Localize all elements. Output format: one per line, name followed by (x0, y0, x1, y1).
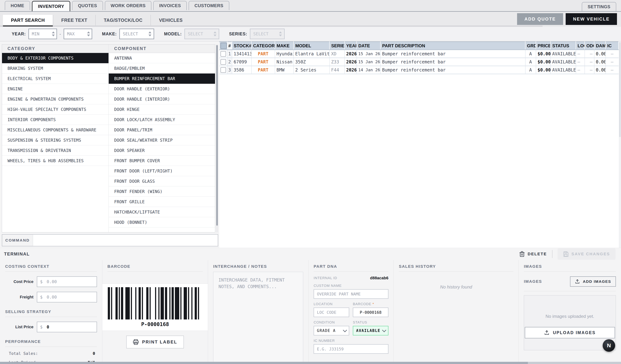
barcode-panel: BARCODE P-0000168 PRINT LABEL (102, 260, 208, 362)
search-tab[interactable]: TAG/STOCK/LOC (95, 15, 151, 25)
component-item[interactable]: DOOR LOCK/LATCH ASSEMBLY (109, 115, 215, 125)
images-inner-label: IMAGES (524, 279, 542, 284)
costing-context-panel: COSTING CONTEXT Cost Price $ Freight $ S… (0, 260, 102, 362)
images-dropzone[interactable]: No images uploaded yet. UPLOAD IMAGES (524, 295, 616, 350)
category-item[interactable]: INTERIOR COMPONENTS (2, 115, 108, 125)
col-year[interactable]: YEAR (345, 42, 357, 50)
component-item[interactable]: BUMPER REINFORCEMENT BAR (109, 73, 215, 84)
category-item[interactable]: TRANSMISSION & DRIVETRAIN (2, 145, 108, 156)
print-label-button[interactable]: PRINT LABEL (126, 336, 184, 348)
ic-number-input[interactable] (314, 344, 388, 354)
col-ic[interactable]: IC (606, 42, 619, 50)
category-item[interactable]: MISCELLANEOUS COMPONENTS & HARDWARE (2, 125, 108, 135)
condition-label: CONDITION (314, 320, 335, 324)
component-item[interactable]: FRONT DOOR GLASS (109, 176, 215, 186)
col-date[interactable]: DATE (357, 42, 380, 50)
component-item[interactable]: DOOR HANDLE (INTERIOR) (109, 94, 215, 104)
category-item[interactable]: ENGINE & POWERTRAIN COMPONENTS (2, 94, 108, 104)
component-item[interactable]: DOOR HINGE (109, 104, 215, 115)
component-item[interactable]: DOOR HANDLE (EXTERIOR) (109, 84, 215, 94)
chevron-down-icon (343, 328, 347, 332)
list-price-input[interactable] (37, 322, 97, 332)
col-status[interactable]: STATUS (551, 42, 576, 50)
main-tab[interactable]: INVOICES (153, 1, 187, 10)
row-checkbox[interactable] (221, 67, 226, 73)
component-item[interactable]: DOOR PANEL/TRIM (109, 125, 215, 135)
delete-button[interactable]: DELETE (519, 251, 547, 257)
condition-select[interactable]: GRADE A (314, 326, 349, 335)
category-item[interactable]: BODY & EXTERIOR COMPONENTS (2, 53, 108, 63)
divider (552, 250, 552, 258)
col-odo[interactable]: ODO (585, 42, 594, 50)
add-images-button[interactable]: ADD IMAGES (570, 277, 616, 287)
freight-input[interactable] (37, 292, 97, 302)
col-grd[interactable]: GRD (525, 42, 536, 50)
category-item[interactable]: SUSPENSION & STEERING SYSTEMS (2, 135, 108, 145)
component-item[interactable]: ANTENNA (109, 53, 215, 63)
col-series[interactable]: SERIES (329, 42, 345, 50)
component-item[interactable]: BADGE/EMBLEM (109, 63, 215, 73)
component-item[interactable]: FRONT DOOR (LEFT/RIGHT) (109, 166, 215, 176)
component-item[interactable]: DOOR SPEAKER (109, 145, 215, 156)
col-model[interactable]: MODEL (294, 42, 329, 50)
main-tab[interactable]: HOME (5, 1, 30, 10)
stepper-icon[interactable] (52, 32, 55, 36)
category-item[interactable]: ENGINE (2, 84, 108, 94)
search-tab[interactable]: PART SEARCH (3, 15, 53, 25)
status-select[interactable]: AVAILABLE (353, 326, 388, 335)
select-all-checkbox[interactable] (221, 43, 227, 49)
component-item[interactable]: FRONT FENDER (WING) (109, 186, 215, 197)
command-input[interactable] (33, 235, 218, 246)
main-tab[interactable]: WORK ORDERS (105, 1, 152, 10)
interchange-notes-input[interactable] (213, 272, 303, 363)
add-quote-button[interactable]: ADD QUOTE (517, 13, 563, 25)
left-panel-scrollbar[interactable] (216, 44, 218, 232)
col-stock[interactable]: STOCK# (232, 42, 251, 50)
cost-price-label: Cost Price (5, 279, 34, 284)
search-tab[interactable]: VEHICLES (151, 15, 191, 25)
subnav-underline (0, 25, 543, 27)
barcode-image (108, 287, 202, 319)
row-checkbox[interactable] (221, 59, 226, 65)
main-tab[interactable]: CUSTOMERS (189, 1, 229, 10)
make-select[interactable]: SELECT (119, 29, 154, 39)
select-all-header[interactable] (220, 42, 227, 50)
col-make[interactable]: MAKE (275, 42, 294, 50)
location-input[interactable] (314, 308, 349, 317)
new-vehicle-button[interactable]: NEW VEHICLE (566, 13, 617, 25)
custom-name-input[interactable] (314, 289, 388, 299)
table-row[interactable]: 2 67099 PART Nissan 350Z Z33 2026 15 Jan… (220, 58, 619, 66)
col-description[interactable]: PART DESCRIPTION (380, 42, 525, 50)
table-row[interactable]: 3 3586 PART BMW 2 Series F44 2026 14 Jan… (220, 66, 619, 74)
settings-button[interactable]: SETTINGS (582, 2, 616, 11)
main-tab[interactable]: INVENTORY (32, 1, 70, 11)
range-separator: - (60, 31, 61, 36)
horizontal-scrollbar[interactable] (0, 362, 621, 364)
col-dam[interactable]: DAM. (594, 42, 606, 50)
row-checkbox[interactable] (221, 51, 226, 57)
col-num[interactable]: # (227, 42, 232, 50)
component-item[interactable]: HOOD (BONNET) (109, 217, 215, 227)
cost-price-input[interactable] (37, 277, 97, 287)
col-loc[interactable]: LOC (576, 42, 585, 50)
component-item[interactable]: HATCHBACK/LIFTGATE (109, 207, 215, 217)
barcode-input[interactable] (353, 308, 388, 317)
table-row[interactable]: 1 1341413 PART Hyundai Elantra LaVita XD… (220, 50, 619, 58)
component-item[interactable]: DOOR SEAL/WEATHER STRIP (109, 135, 215, 145)
category-item[interactable]: HIGH-VALUE SPECIALTY COMPONENTS (2, 104, 108, 115)
results-scrollbar[interactable] (619, 41, 621, 248)
search-tab[interactable]: FREE TEXT (53, 15, 95, 25)
component-item[interactable]: FRONT BUMPER COVER (109, 156, 215, 166)
save-changes-button[interactable]: SAVE CHANGES (558, 248, 616, 260)
notifications-fab[interactable]: N (603, 339, 615, 352)
stepper-icon[interactable] (87, 32, 90, 36)
main-tab[interactable]: QUOTES (72, 1, 103, 10)
col-price[interactable]: PRICE (536, 42, 551, 50)
category-item[interactable]: BRAKING SYSTEM (2, 63, 108, 73)
category-item[interactable]: ELECTRICAL SYSTEM (2, 73, 108, 84)
category-item[interactable]: WHEELS, TIRES & HUB ASSEMBLIES (2, 156, 108, 166)
component-item[interactable]: FRONT GRILLE (109, 197, 215, 207)
printer-icon (133, 339, 139, 345)
upload-images-button[interactable]: UPLOAD IMAGES (525, 327, 615, 338)
col-category[interactable]: CATEGORY (251, 42, 275, 50)
